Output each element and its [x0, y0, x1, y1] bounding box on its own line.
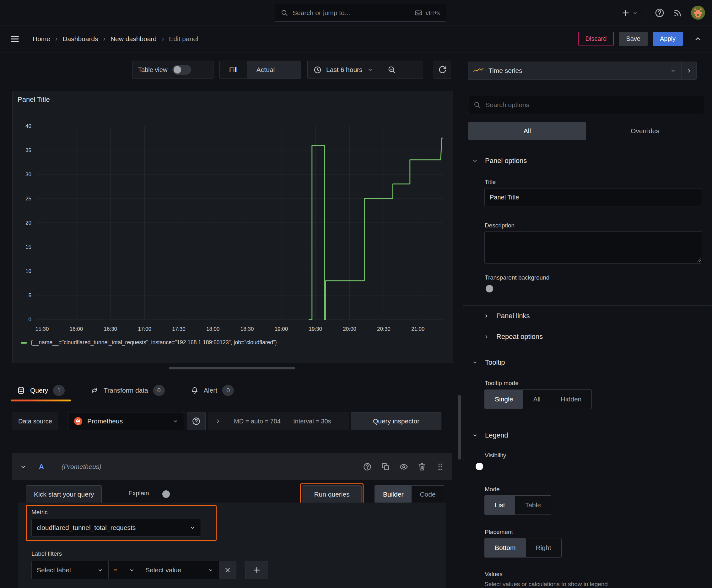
add-filter-button[interactable]: [245, 561, 268, 579]
legend-series-label[interactable]: {__name__="cloudflared_tunnel_total_requ…: [31, 339, 277, 346]
legend-mode-list-option[interactable]: List: [485, 496, 515, 514]
section-tooltip[interactable]: Tooltip: [472, 358, 505, 366]
save-button[interactable]: Save: [619, 32, 648, 46]
apply-button[interactable]: Apply: [653, 32, 683, 46]
tooltip-all-option[interactable]: All: [523, 390, 550, 408]
svg-text:20:00: 20:00: [343, 326, 356, 332]
global-search-input[interactable]: Search or jump to... ctrl+k: [275, 4, 446, 22]
datasource-label: Data source: [12, 412, 58, 430]
toggle-knob: [486, 285, 493, 292]
collapse-chevron-up-icon[interactable]: [693, 34, 703, 44]
legend-mode-table-option[interactable]: Table: [515, 496, 551, 514]
code-option[interactable]: Code: [412, 486, 444, 503]
chevron-down-icon: [172, 418, 179, 424]
panel-resize-handle[interactable]: [169, 367, 295, 370]
refresh-button[interactable]: [434, 61, 451, 79]
menu-icon[interactable]: [9, 34, 20, 44]
table-view-control: Table view: [132, 61, 214, 79]
bell-icon: [191, 386, 199, 395]
query-inspector-button[interactable]: Query inspector: [351, 412, 441, 430]
remove-filter-button[interactable]: [219, 561, 236, 579]
chevron-down-icon: [129, 567, 135, 573]
new-menu-button[interactable]: [621, 8, 638, 18]
section-repeat-options[interactable]: Repeat options: [483, 333, 543, 341]
svg-text:25: 25: [25, 196, 31, 202]
toggle-knob: [162, 490, 170, 498]
svg-text:30: 30: [25, 171, 31, 177]
run-queries-button[interactable]: Run queries: [302, 485, 362, 504]
breadcrumb-new-dashboard[interactable]: New dashboard: [110, 35, 157, 43]
legend-values-description: Select values or calculations to show in…: [484, 581, 608, 588]
legend-placement-bottom-option[interactable]: Bottom: [485, 538, 526, 557]
grafana-logo-icon[interactable]: [9, 4, 26, 21]
section-panel-links[interactable]: Panel links: [483, 312, 530, 320]
svg-text:18:30: 18:30: [240, 326, 254, 332]
operator-dropdown[interactable]: =: [108, 561, 140, 579]
visualization-panel[interactable]: Panel Title 051015202530354015:3016:0016…: [12, 91, 453, 363]
tab-query[interactable]: Query 1: [11, 378, 71, 403]
divider: [463, 151, 712, 151]
avatar[interactable]: [691, 6, 705, 20]
timeseries-chart[interactable]: 051015202530354015:3016:0016:3017:0017:3…: [13, 107, 453, 336]
drag-grip-icon[interactable]: [436, 462, 445, 471]
duplicate-query-icon[interactable]: [381, 462, 390, 471]
options-search-input[interactable]: Search options: [468, 96, 704, 114]
description-textarea[interactable]: [484, 231, 702, 264]
table-view-toggle[interactable]: [172, 65, 191, 75]
help-icon[interactable]: [654, 8, 665, 18]
tab-alert[interactable]: Alert 0: [184, 378, 240, 403]
fill-option[interactable]: Fill: [220, 61, 247, 79]
toggle-viz-picker-button[interactable]: [681, 62, 696, 80]
section-panel-options[interactable]: Panel options: [472, 157, 527, 165]
legend-placement-right-option[interactable]: Right: [526, 538, 561, 557]
filter-tab-all[interactable]: All: [468, 122, 586, 140]
divider: [463, 326, 712, 327]
resize-corner[interactable]: [696, 258, 701, 262]
toggle-visibility-eye-icon[interactable]: [399, 462, 408, 471]
query-options-summary[interactable]: MD = auto = 704 Interval = 30s: [208, 412, 349, 430]
datasource-picker[interactable]: Prometheus: [68, 412, 184, 430]
tab-transform-data[interactable]: Transform data 0: [84, 378, 171, 403]
scrollbar-thumb[interactable]: [458, 395, 461, 460]
options-filter-tabs: All Overrides: [468, 122, 704, 140]
label-filter-row: Select label = Select value: [31, 561, 236, 579]
discard-button[interactable]: Discard: [578, 32, 614, 46]
query-row-header[interactable]: A (Prometheus): [12, 453, 452, 480]
collapse-chevron-down-icon[interactable]: [19, 463, 27, 470]
actual-option[interactable]: Actual: [247, 61, 284, 79]
chevron-down-icon: [189, 525, 196, 531]
select-label-dropdown[interactable]: Select label: [31, 561, 109, 579]
chevron-down-icon: [670, 67, 676, 74]
svg-text:15:30: 15:30: [36, 326, 49, 332]
divider: [646, 7, 646, 19]
tooltip-hidden-option[interactable]: Hidden: [551, 390, 592, 408]
panel-title-input[interactable]: Panel Title: [484, 188, 702, 206]
tooltip-single-option[interactable]: Single: [485, 390, 523, 408]
builder-option[interactable]: Builder: [375, 486, 412, 503]
svg-text:10: 10: [25, 268, 31, 274]
run-queries-highlight: Run queries: [300, 483, 364, 505]
datasource-help-button[interactable]: [187, 412, 206, 430]
time-range-button[interactable]: Last 6 hours: [308, 61, 379, 79]
breadcrumb-home[interactable]: Home: [33, 35, 50, 43]
news-rss-icon[interactable]: [673, 8, 683, 18]
delete-query-trash-icon[interactable]: [417, 462, 426, 471]
metric-select[interactable]: cloudflared_tunnel_total_requests: [31, 519, 201, 537]
chevron-down-icon: [632, 10, 638, 16]
svg-text:35: 35: [25, 147, 31, 153]
kickstart-query-button[interactable]: Kick start your query: [26, 485, 102, 504]
divider: [463, 305, 712, 306]
viz-type-button[interactable]: Time series: [468, 62, 681, 80]
legend-swatch[interactable]: [21, 342, 27, 344]
legend-values-label: Values: [485, 571, 503, 578]
breadcrumb-dashboards[interactable]: Dashboards: [63, 35, 98, 43]
filter-tab-overrides[interactable]: Overrides: [586, 122, 704, 140]
svg-text:16:00: 16:00: [70, 326, 83, 332]
transparent-bg-label: Transparent background: [485, 274, 549, 281]
query-help-icon[interactable]: [363, 462, 372, 471]
select-value-dropdown[interactable]: Select value: [140, 561, 219, 579]
zoom-out-button[interactable]: [379, 61, 404, 79]
section-legend[interactable]: Legend: [472, 431, 508, 439]
chevron-down-icon: [208, 567, 214, 573]
svg-text:15: 15: [25, 244, 31, 250]
